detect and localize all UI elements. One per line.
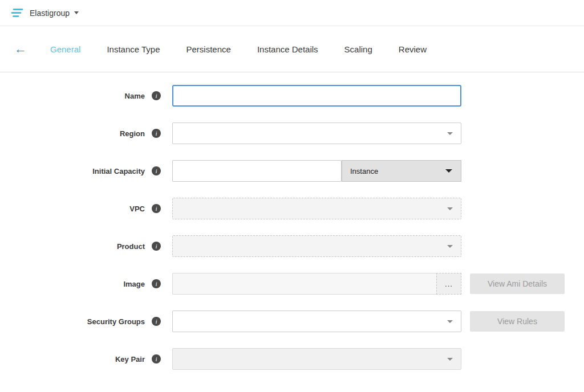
vpc-label: VPC xyxy=(129,205,145,213)
image-browse-button[interactable]: ... xyxy=(436,273,461,295)
security-groups-label-wrap: Security Groups i xyxy=(0,317,161,326)
top-bar: Elastigroup xyxy=(0,0,584,26)
product-field xyxy=(172,235,461,257)
app-switcher[interactable]: Elastigroup xyxy=(30,9,79,18)
form-row-key-pair: Key Pair i xyxy=(0,348,584,370)
key-pair-label: Key Pair xyxy=(115,355,145,364)
form-row-initial-capacity: Initial Capacity i Instance xyxy=(0,160,584,182)
wizard-tabs: General Instance Type Persistence Instan… xyxy=(50,44,453,54)
image-input[interactable] xyxy=(172,273,436,295)
wizard-nav: ← General Instance Type Persistence Inst… xyxy=(0,26,584,72)
tab-persistence[interactable]: Persistence xyxy=(186,44,231,54)
chevron-down-icon xyxy=(445,169,452,173)
spot-logo-icon xyxy=(10,7,24,19)
vpc-select[interactable] xyxy=(172,198,461,219)
view-rules-button[interactable]: View Rules xyxy=(470,311,565,332)
tab-general[interactable]: General xyxy=(50,44,80,54)
capacity-unit-value: Instance xyxy=(350,167,378,175)
image-field: ... xyxy=(172,273,461,295)
region-label-wrap: Region i xyxy=(0,129,161,138)
form-row-vpc: VPC i xyxy=(0,198,584,219)
initial-capacity-label: Initial Capacity xyxy=(92,167,145,175)
initial-capacity-input[interactable] xyxy=(172,160,342,182)
chevron-down-icon xyxy=(74,11,79,14)
key-pair-field xyxy=(172,348,461,370)
tab-instance-details[interactable]: Instance Details xyxy=(257,44,318,54)
vpc-field xyxy=(172,198,461,219)
form-row-name: Name i xyxy=(0,85,584,107)
info-icon[interactable]: i xyxy=(152,204,161,213)
info-icon[interactable]: i xyxy=(152,129,161,138)
tab-review[interactable]: Review xyxy=(399,44,427,54)
product-select[interactable] xyxy=(172,235,461,257)
capacity-unit-select[interactable]: Instance xyxy=(342,160,461,182)
security-groups-label: Security Groups xyxy=(87,317,145,326)
tab-scaling[interactable]: Scaling xyxy=(344,44,372,54)
back-button[interactable]: ← xyxy=(11,43,30,55)
info-icon[interactable]: i xyxy=(152,279,161,288)
chevron-down-icon xyxy=(447,207,453,210)
region-field xyxy=(172,122,461,144)
name-input[interactable] xyxy=(172,85,461,107)
info-icon[interactable]: i xyxy=(152,354,161,364)
form-row-region: Region i xyxy=(0,122,584,144)
name-field xyxy=(172,85,461,107)
initial-capacity-label-wrap: Initial Capacity i xyxy=(0,166,161,175)
chevron-down-icon xyxy=(447,245,453,248)
chevron-down-icon xyxy=(447,132,453,135)
image-label: Image xyxy=(123,280,145,288)
security-groups-field xyxy=(172,311,461,332)
security-groups-select[interactable] xyxy=(172,311,461,332)
info-icon[interactable]: i xyxy=(152,317,161,326)
info-icon[interactable]: i xyxy=(152,166,161,175)
form-row-security-groups: Security Groups i View Rules xyxy=(0,311,584,332)
product-label: Product xyxy=(117,242,145,251)
form-row-product: Product i xyxy=(0,235,584,257)
general-form: Name i Region i Initial Capacity i Inst xyxy=(0,72,584,370)
app-name: Elastigroup xyxy=(30,9,70,18)
image-label-wrap: Image i xyxy=(0,279,161,288)
view-ami-details-button[interactable]: View Ami Details xyxy=(470,273,565,294)
vpc-label-wrap: VPC i xyxy=(0,204,161,213)
chevron-down-icon xyxy=(447,320,453,323)
chevron-down-icon xyxy=(447,358,453,361)
form-row-image: Image i ... View Ami Details xyxy=(0,273,584,295)
name-label: Name xyxy=(125,92,145,100)
key-pair-select[interactable] xyxy=(172,348,461,370)
info-icon[interactable]: i xyxy=(152,242,161,251)
product-label-wrap: Product i xyxy=(0,242,161,251)
key-pair-label-wrap: Key Pair i xyxy=(0,354,161,364)
region-label: Region xyxy=(120,129,145,138)
tab-instance-type[interactable]: Instance Type xyxy=(107,44,160,54)
region-select[interactable] xyxy=(172,122,461,144)
initial-capacity-field: Instance xyxy=(172,160,461,182)
name-label-wrap: Name i xyxy=(0,91,161,100)
info-icon[interactable]: i xyxy=(152,91,161,100)
